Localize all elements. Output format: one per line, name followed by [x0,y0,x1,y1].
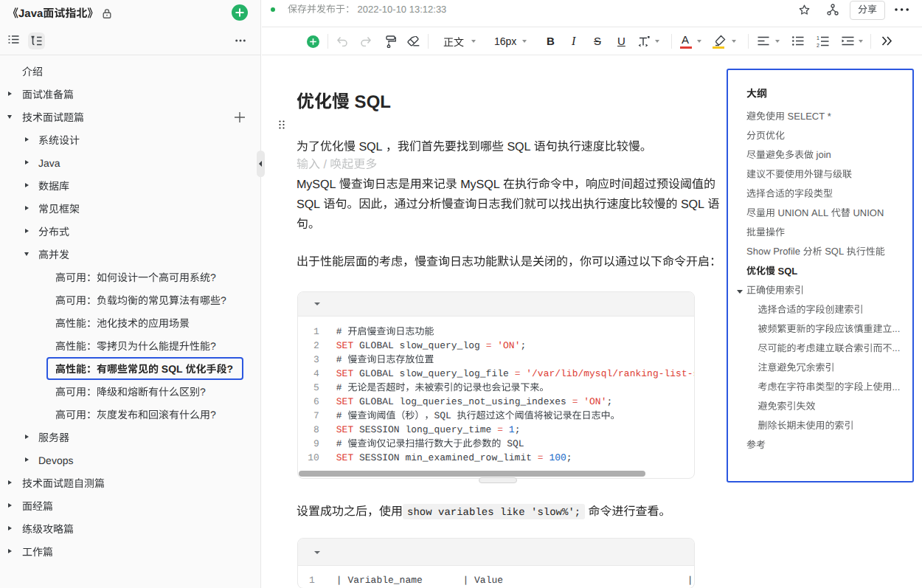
svg-text:'/var/lib/mysql/ranking-list-s: '/var/lib/mysql/ranking-list-sl [526,369,704,380]
svg-text:SQL: SQL [434,411,451,422]
svg-text:Profile: Profile [773,246,800,257]
svg-text:7: 7 [313,411,319,422]
svg-text:SQL: SQL [825,246,844,257]
svg-text:1: 1 [309,575,315,586]
svg-text:like: like [500,507,525,519]
svg-text:variables: variables [438,507,494,519]
svg-text:5: 5 [313,383,319,394]
svg-text:2022-10-10: 2022-10-10 [358,4,406,15]
svg-text:=: = [515,369,521,380]
svg-text:|: | [462,575,468,586]
svg-text:Show: Show [746,246,771,257]
svg-text:...: ... [892,381,901,392]
svg-text:1: 1 [509,425,515,436]
svg-text:SQL: SQL [507,439,524,450]
svg-text:SET: SET [336,453,353,464]
svg-text:9: 9 [313,439,319,450]
svg-text:13:12:33: 13:12:33 [409,4,447,15]
svg-text:SET: SET [336,341,353,352]
svg-text:SQL: SQL [358,139,382,153]
svg-text:/: / [323,157,326,170]
svg-text:SET: SET [336,369,353,380]
svg-text:slow_query_log: slow_query_log [400,341,480,352]
svg-text:?: ? [210,409,216,421]
svg-text:SESSION: SESSION [359,425,400,436]
svg-text:long_query_time: long_query_time [405,425,491,436]
svg-text:2: 2 [313,341,319,352]
svg-text:min_examined_row_limit: min_examined_row_limit [405,453,532,464]
svg-text:UNION: UNION [853,207,884,218]
svg-text:=: = [572,397,578,408]
svg-text:*: * [828,111,831,122]
svg-text:Java: Java [18,7,43,19]
svg-text:'slow%';: 'slow%'; [531,507,580,519]
svg-text:SESSION: SESSION [359,453,400,464]
svg-text:?: ? [210,340,216,352]
svg-text:SQL: SQL [162,363,183,375]
svg-text:ALL: ALL [811,207,828,218]
svg-text:4: 4 [313,369,319,380]
svg-text:SQL: SQL [778,266,798,277]
svg-text:;: ; [515,425,521,436]
svg-text:SELECT: SELECT [788,111,825,122]
svg-text:8: 8 [313,425,319,436]
svg-text:GLOBAL: GLOBAL [359,397,394,408]
svg-text:10: 10 [308,453,319,464]
svg-text:Devops: Devops [38,454,73,466]
svg-text:?: ? [210,271,216,283]
svg-text:;: ; [566,453,572,464]
svg-text:Variable_name: Variable_name [347,575,422,586]
svg-text:show: show [407,507,432,519]
svg-text:GLOBAL: GLOBAL [359,341,394,352]
svg-text:?: ? [200,386,206,398]
svg-text:|: | [336,575,342,586]
svg-text:SET: SET [336,397,353,408]
svg-text:?: ? [221,294,226,306]
svg-text:Java: Java [38,157,60,169]
svg-text:;: ; [606,397,612,408]
svg-text:'ON': 'ON' [583,397,606,408]
svg-text:join: join [816,150,831,161]
svg-text:UNION: UNION [778,207,809,218]
svg-text:MySQL: MySQL [297,177,336,190]
svg-text:=: = [497,425,503,436]
svg-text:...: ... [892,343,901,354]
svg-text:#: # [336,327,342,338]
svg-text:3: 3 [313,355,319,366]
svg-text:SQL: SQL [507,139,530,153]
svg-text:SQL: SQL [297,197,320,210]
svg-text:SET: SET [336,425,353,436]
svg-text:=: = [538,453,544,464]
svg-text:#: # [336,439,342,450]
svg-text:'ON': 'ON' [497,341,520,352]
svg-text:Value: Value [474,575,503,586]
svg-text:;: ; [520,341,526,352]
svg-text:=: = [486,341,492,352]
svg-text:#: # [336,411,342,422]
svg-text:SQL: SQL [681,197,704,210]
svg-text:MySQL: MySQL [460,177,499,190]
svg-text:SQL: SQL [355,91,391,111]
svg-text:#: # [336,355,342,366]
svg-text:...: ... [892,323,901,334]
svg-text:?: ? [227,363,234,375]
svg-text:#: # [336,383,342,394]
svg-text:100: 100 [549,453,566,464]
svg-text:slow_query_log_file: slow_query_log_file [400,369,509,380]
svg-text:GLOBAL: GLOBAL [359,369,394,380]
svg-text:6: 6 [313,397,319,408]
svg-text:log_queries_not_using_indexes: log_queries_not_using_indexes [400,397,566,408]
svg-text:|: | [687,575,693,586]
svg-text:1: 1 [313,327,319,338]
